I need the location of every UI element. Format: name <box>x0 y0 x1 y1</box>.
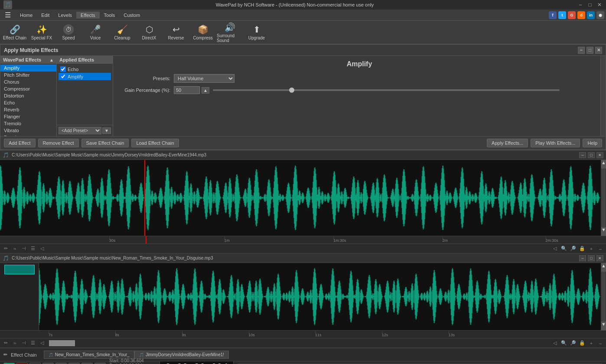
gain-input[interactable] <box>174 86 200 94</box>
track2-maximize[interactable]: □ <box>588 255 595 261</box>
track1-tool4[interactable]: ☰ <box>29 245 37 252</box>
menu-tools[interactable]: Tools <box>100 12 120 19</box>
toolbar-directx[interactable]: ⬡ DirectX <box>136 22 162 43</box>
linkedin-icon[interactable]: in <box>587 11 595 19</box>
effect-item-pitch-shifter[interactable]: Pitch Shifter <box>0 72 56 78</box>
track2-zoom-out[interactable]: 🔎 <box>569 340 577 347</box>
tab-track2[interactable]: 🎵 New_Roman_Times_Smoke_In_Your_ <box>44 351 134 359</box>
panel-minimize-button[interactable]: – <box>578 47 585 54</box>
effect-item-chorus[interactable]: Chorus <box>0 78 56 85</box>
prev-button[interactable]: ⏮ <box>55 363 67 364</box>
play-button[interactable]: ▶ <box>3 363 15 364</box>
google-icon[interactable]: G <box>568 11 576 19</box>
rewind-button[interactable]: ⏪ <box>68 363 80 364</box>
effect-item-distortion[interactable]: Distortion <box>0 92 56 99</box>
track2-scrollbar-v[interactable]: ▲ ▼ <box>601 263 606 330</box>
save-effect-chain-button[interactable]: Save Effect Chain <box>81 139 129 147</box>
track1-tool3[interactable]: ⊣ <box>20 245 28 252</box>
close-button[interactable]: ✕ <box>596 2 603 8</box>
forward-button[interactable]: ⏩ <box>81 363 93 364</box>
applied-echo[interactable]: Echo <box>59 65 111 73</box>
toolbar-reverse[interactable]: ↩ Reverse <box>163 22 189 43</box>
track1-draw-tool[interactable]: ✏ <box>2 245 10 252</box>
track2-select-tool[interactable]: ≈ <box>11 340 19 347</box>
hamburger-menu[interactable]: ☰ <box>2 10 14 20</box>
toolbar-voice[interactable]: 🎤 Voice <box>82 22 108 43</box>
menu-levels[interactable]: Levels <box>54 12 76 19</box>
track2-scroll-up[interactable]: ▲ <box>601 263 606 272</box>
track1-select-tool[interactable]: ≈ <box>11 245 19 252</box>
remove-effect-button[interactable]: Remove Effect <box>38 139 79 147</box>
toolbar-upgrade[interactable]: ⬆ Upgrade <box>244 22 270 43</box>
track1-scroll-up[interactable]: ▲ <box>601 160 606 169</box>
tab-track1[interactable]: 🎵 JimmyDorseyVmildredBailey-EverMine1! <box>134 351 229 359</box>
menu-effects[interactable]: Effects <box>76 12 99 19</box>
next-button[interactable]: ⏭ <box>94 363 106 364</box>
track1-minimize[interactable]: – <box>579 152 586 158</box>
social4-icon[interactable]: d <box>577 11 585 19</box>
track2-zoom-in[interactable]: 🔍 <box>560 340 568 347</box>
effects-scrollbar[interactable] <box>600 56 606 136</box>
track2-waveform[interactable] <box>39 263 601 330</box>
echo-checkbox[interactable] <box>60 66 66 72</box>
scroll-up-icon[interactable]: ▲ <box>49 58 54 62</box>
track1-right-tool1[interactable]: ◁ <box>551 245 559 252</box>
track2-scroll-thumb[interactable] <box>602 272 606 322</box>
toolbar-special-fx[interactable]: ✨ Special FX <box>29 22 55 43</box>
minimize-button[interactable]: – <box>577 2 583 8</box>
track1-tool-plus[interactable]: + <box>587 245 595 252</box>
panel-close-button[interactable]: ✕ <box>595 47 602 54</box>
track1-close[interactable]: ✕ <box>596 152 603 158</box>
toolbar-effect-chain[interactable]: 🔗 Effect Chain <box>2 22 28 43</box>
stop-button[interactable]: ⏹ <box>42 363 54 364</box>
track2-tool4[interactable]: ☰ <box>29 340 37 347</box>
track2-tool3[interactable]: ⊣ <box>20 340 28 347</box>
track1-scrollbar-v[interactable]: ▲ ▼ <box>601 160 606 236</box>
effect-item-flanger[interactable]: Flanger <box>0 113 56 120</box>
maximize-button[interactable]: □ <box>587 2 593 8</box>
track1-maximize[interactable]: □ <box>588 152 595 158</box>
track2-tool5[interactable]: ◁ <box>38 340 46 347</box>
track1-tool-minus[interactable]: – <box>596 245 604 252</box>
track1-waveform[interactable] <box>0 160 601 236</box>
track1-tool5[interactable]: ◁ <box>38 245 46 252</box>
track2-scroll-down[interactable]: ▼ <box>601 322 606 330</box>
gain-spinner-up[interactable]: ▲ <box>202 87 209 94</box>
twitter-icon[interactable]: t <box>558 11 566 19</box>
presets-dropdown[interactable]: Half Volume Double Volume Custom <box>174 74 235 83</box>
track1-scroll-down[interactable]: ▼ <box>601 227 606 236</box>
effect-item-tremolo[interactable]: Tremolo <box>0 120 56 127</box>
help-button[interactable]: Help <box>583 139 602 147</box>
track1-zoom-in[interactable]: 🔍 <box>560 245 568 252</box>
load-effect-chain-button[interactable]: Load Effect Chain <box>131 139 179 147</box>
track2-lock-icon[interactable]: 🔒 <box>578 340 586 347</box>
track2-close[interactable]: ✕ <box>596 255 603 261</box>
menu-edit[interactable]: Edit <box>37 12 54 19</box>
track2-right-tool1[interactable]: ◁ <box>551 340 559 347</box>
menu-custom[interactable]: Custom <box>119 12 144 19</box>
toolbar-speed[interactable]: ⏱ Speed <box>55 22 81 43</box>
social6-icon[interactable]: ◉ <box>596 11 604 19</box>
track1-zoom-out[interactable]: 🔎 <box>569 245 577 252</box>
preset-select[interactable]: <Add Preset> <box>59 127 101 134</box>
toolbar-surround[interactable]: 🔊 Surround Sound <box>217 22 243 43</box>
applied-amplify[interactable]: Amplify <box>59 73 111 80</box>
toolbar-cleanup[interactable]: 🧹 Cleanup <box>109 22 135 43</box>
record-button[interactable]: ⏺ <box>16 363 28 364</box>
effect-item-amplify[interactable]: Amplify <box>0 65 56 72</box>
effect-item-echo[interactable]: Echo <box>0 99 56 106</box>
add-effect-button[interactable]: Add Effect <box>4 139 36 147</box>
track2-tool-minus[interactable]: – <box>596 340 604 347</box>
menu-home[interactable]: Home <box>16 12 37 19</box>
track2-tool-plus[interactable]: + <box>587 340 595 347</box>
track1-scroll-thumb[interactable] <box>602 169 606 227</box>
panel-maximize-button[interactable]: □ <box>586 47 593 54</box>
effect-item-compressor[interactable]: Compressor <box>0 85 56 92</box>
facebook-icon[interactable]: f <box>549 11 557 19</box>
gain-slider-thumb[interactable] <box>289 88 294 93</box>
track2-draw-tool[interactable]: ✏ <box>2 340 10 347</box>
amplify-checkbox[interactable] <box>60 74 66 79</box>
preset-dropdown-btn[interactable]: ▼ <box>102 127 111 134</box>
effect-item-reverb[interactable]: Reverb <box>0 106 56 113</box>
play-with-effects-button[interactable]: Play With Effects... <box>531 139 580 147</box>
